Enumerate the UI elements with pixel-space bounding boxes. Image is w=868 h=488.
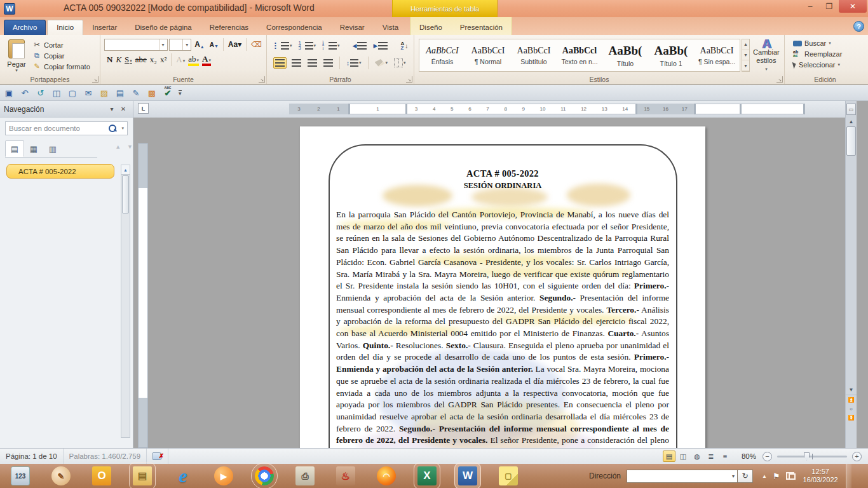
scroll-down-icon[interactable]: ▼ bbox=[846, 384, 857, 395]
replace-button[interactable]: abacReemplazar bbox=[791, 50, 863, 58]
tab-revisar[interactable]: Revisar bbox=[331, 20, 374, 35]
help-icon[interactable]: ? bbox=[853, 21, 864, 32]
underline-button[interactable]: S▾ bbox=[125, 55, 132, 65]
shading-button[interactable]: ▾ bbox=[374, 58, 390, 68]
increase-indent-button[interactable]: ▶ bbox=[372, 41, 389, 51]
dialog-launcher-icon[interactable] bbox=[259, 76, 265, 83]
new-document-icon[interactable]: ▢ bbox=[65, 86, 79, 99]
tab-insertar[interactable]: Insertar bbox=[83, 20, 126, 35]
styles-scroll-down-icon[interactable]: ▼ bbox=[742, 50, 749, 61]
text-effects-button[interactable]: A▾ bbox=[176, 55, 185, 65]
firefox-icon[interactable]: ◠ bbox=[377, 466, 396, 485]
scroll-up-icon[interactable]: ▲ bbox=[846, 116, 857, 126]
full-screen-reading-view-icon[interactable]: ◫ bbox=[677, 451, 689, 462]
browse-pages-tab[interactable]: ▦ bbox=[24, 140, 43, 157]
excel-icon[interactable]: X bbox=[417, 466, 437, 485]
bullets-button[interactable]: •••▾ bbox=[273, 41, 294, 51]
grow-font-button[interactable]: A▲ bbox=[193, 39, 207, 50]
notes-icon[interactable]: ▢ bbox=[499, 466, 518, 485]
network-icon[interactable] bbox=[786, 472, 796, 480]
tab-inicio[interactable]: Inicio bbox=[47, 20, 83, 35]
special-icon[interactable]: ▩ bbox=[145, 86, 159, 99]
justify-button[interactable] bbox=[322, 58, 334, 68]
align-right-button[interactable] bbox=[306, 58, 318, 68]
nav-heading-item[interactable]: ACTA # 005-2022 bbox=[6, 164, 114, 179]
tab-correspondencia[interactable]: Correspondencia bbox=[257, 20, 331, 35]
change-styles-button[interactable]: A Cambiar estilos ▾ bbox=[751, 37, 782, 74]
browse-headings-tab[interactable]: ▤ bbox=[5, 140, 24, 157]
word-count[interactable]: Palabras: 1.460/2.759 bbox=[64, 449, 147, 464]
spell-icon[interactable]: ✔ bbox=[161, 86, 175, 99]
dialog-launcher-icon[interactable] bbox=[92, 76, 98, 83]
style-item[interactable]: AaBbCcIÉnfasis bbox=[419, 39, 465, 71]
edit-icon[interactable]: ✎ bbox=[129, 86, 143, 99]
browse-results-tab[interactable]: ▥ bbox=[43, 140, 62, 157]
document-search-input[interactable]: Buscar en documento ▾ bbox=[5, 121, 128, 135]
browse-object-icon[interactable]: ○ bbox=[846, 404, 857, 413]
zoom-slider[interactable] bbox=[777, 456, 847, 458]
borders-button[interactable]: ▾ bbox=[393, 57, 407, 69]
refresh-icon[interactable]: ↻ bbox=[738, 470, 753, 483]
paste-button[interactable]: Pegar ▾ bbox=[3, 37, 31, 74]
ie-icon[interactable]: e bbox=[173, 466, 193, 485]
scanner-icon[interactable]: ⎙ bbox=[295, 466, 315, 485]
select-button[interactable]: Seleccionar▾ bbox=[791, 60, 863, 69]
style-item[interactable]: AaBb(Título 1 bbox=[648, 39, 694, 71]
zoom-out-icon[interactable]: − bbox=[763, 452, 772, 461]
dialog-launcher-icon[interactable] bbox=[776, 76, 783, 83]
horizontal-ruler[interactable]: 321134567891011121314151617 bbox=[289, 104, 805, 114]
wmp-icon[interactable]: ▶ bbox=[214, 466, 233, 485]
zoom-slider-thumb[interactable] bbox=[804, 452, 810, 461]
style-item[interactable]: AaBbCclTexto en n... bbox=[557, 39, 602, 71]
font-size-combo[interactable]: ▾ bbox=[169, 39, 192, 51]
tab-archivo[interactable]: Archivo bbox=[4, 20, 46, 35]
scrollbar-thumb[interactable] bbox=[122, 175, 129, 214]
italic-button[interactable]: K bbox=[116, 55, 121, 65]
taskbar-clock[interactable]: 12:57 16/03/2022 bbox=[803, 468, 838, 484]
highlight-button[interactable]: ab▾ bbox=[188, 54, 199, 66]
multilevel-list-button[interactable]: ¹ª¡▾ bbox=[321, 41, 341, 51]
dialog-launcher-icon[interactable] bbox=[406, 76, 412, 83]
line-spacing-button[interactable]: ↕▾ bbox=[345, 58, 363, 68]
styles-scroll-up-icon[interactable]: ▲ bbox=[742, 39, 749, 50]
font-color-button[interactable]: A▾ bbox=[202, 54, 211, 66]
previous-page-icon[interactable]: ⏫ bbox=[846, 395, 857, 404]
address-input[interactable]: ▾ bbox=[627, 470, 738, 483]
contextual-tab-diseño[interactable]: Diseño bbox=[410, 20, 451, 35]
styles-more-icon[interactable]: ▼ bbox=[742, 60, 749, 71]
outline-view-icon[interactable]: ≣ bbox=[705, 451, 717, 462]
style-item[interactable]: AaBbCcISubtítulo bbox=[511, 39, 557, 71]
zoom-in-icon[interactable]: + bbox=[852, 452, 862, 461]
scroll-up-icon[interactable]: ▲ bbox=[121, 165, 130, 175]
navigation-pane-menu-icon[interactable]: ▾ bbox=[106, 105, 118, 112]
bold-button[interactable]: N bbox=[107, 55, 112, 65]
superscript-button[interactable]: x² bbox=[160, 55, 166, 65]
align-center-button[interactable] bbox=[290, 58, 302, 68]
print-icon[interactable]: ▤ bbox=[113, 86, 127, 99]
style-item[interactable]: AaBbCcI¶ Sin espa... bbox=[694, 39, 740, 71]
tab-vista[interactable]: Vista bbox=[374, 20, 407, 35]
shredder-icon[interactable]: ♨ bbox=[336, 466, 355, 485]
numbering-button[interactable]: 123▾ bbox=[297, 41, 318, 51]
styles-gallery-scroll[interactable]: ▲ ▼ ▼ bbox=[742, 39, 750, 72]
web-layout-view-icon[interactable]: ◍ bbox=[691, 451, 703, 462]
cut-button[interactable]: ✂Cortar bbox=[31, 40, 92, 50]
document-body-text[interactable]: En la parroquia San Plácido del Cantón P… bbox=[336, 209, 669, 448]
chrome-icon[interactable] bbox=[255, 466, 274, 485]
print-layout-view-icon[interactable]: ▤ bbox=[663, 451, 675, 462]
copy-button[interactable]: ⧉Copiar bbox=[31, 51, 92, 60]
font-name-combo[interactable]: ▾ bbox=[104, 39, 168, 51]
redo-icon[interactable]: ↺ bbox=[34, 86, 48, 99]
scrollbar-thumb[interactable] bbox=[846, 126, 856, 156]
subscript-button[interactable]: x₂ bbox=[150, 55, 157, 65]
sort-button[interactable]: AZ↓ bbox=[399, 40, 409, 51]
envelope-icon[interactable]: ✉ bbox=[81, 86, 95, 99]
page-count[interactable]: Página: 1 de 10 bbox=[0, 449, 64, 464]
search-icon[interactable] bbox=[109, 125, 116, 132]
open-icon[interactable]: ▨ bbox=[97, 86, 111, 99]
spell-check-status[interactable] bbox=[147, 449, 168, 464]
ruler-toggle-icon[interactable]: ▭ bbox=[846, 104, 856, 115]
zoom-level[interactable]: 80% bbox=[742, 452, 756, 460]
next-page-icon[interactable]: ⏬ bbox=[846, 413, 857, 422]
format-painter-button[interactable]: ✎Copiar formato bbox=[31, 62, 92, 71]
